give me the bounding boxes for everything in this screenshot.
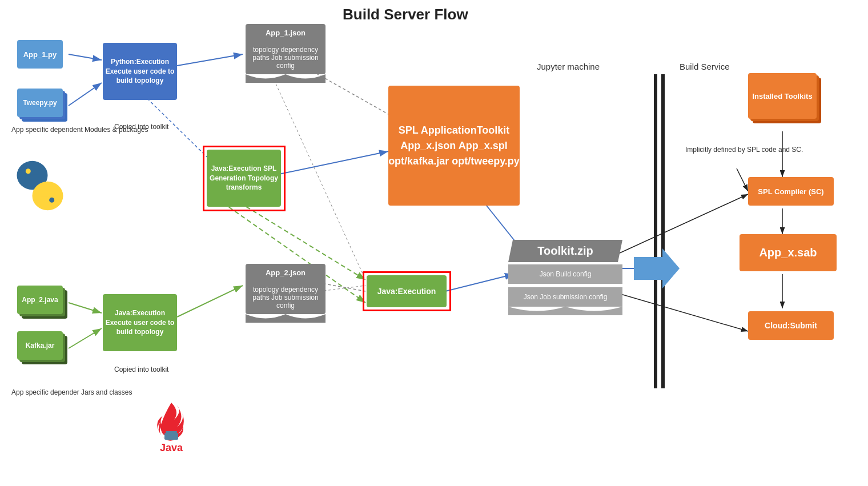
blue-arrow-icon (634, 246, 680, 291)
app1-json-content: topology dependency paths Job submission… (246, 41, 326, 74)
app2-java-stack: App_2.java (17, 286, 63, 314)
app1-py-box: App_1.py (17, 40, 63, 69)
spl-compiler-box: SPL Compiler (SC) (748, 177, 834, 206)
svg-line-18 (445, 274, 514, 291)
implicitly-label: Implicitly defined by SPL code and SC. (685, 146, 803, 154)
installed-toolkits-stack: Installed Toolkits (748, 73, 817, 119)
app1-json-title: App_1.json (246, 24, 326, 41)
json-build-label: Json Build config (508, 264, 622, 284)
divider-left (654, 74, 657, 388)
app2-json-content: topology dependency paths Job submission… (246, 281, 326, 314)
app-jars-label: App specific depender Jars and classes (11, 388, 132, 396)
toolkit-zip-container: Toolkit.zip Json Build config Json Job s… (508, 240, 622, 318)
diagram-container: Build Server Flow Jupyter machine Build … (0, 0, 868, 486)
python-execution-box: Python:Execution Execute user code to bu… (103, 43, 177, 100)
java-execution-spl-box: Java:Execution SPL Generation Topology t… (207, 150, 281, 207)
svg-marker-26 (634, 248, 680, 288)
svg-line-3 (69, 54, 102, 60)
spl-box: SPL ApplicationToolkit App_x.json App_x.… (388, 86, 520, 206)
svg-line-5 (177, 54, 243, 66)
svg-line-12 (69, 328, 102, 348)
kafka-jar-stack: Kafka.jar (17, 331, 63, 360)
app1-json-container: App_1.json topology dependency paths Job… (246, 24, 326, 85)
svg-line-13 (177, 286, 243, 317)
svg-line-24 (611, 194, 748, 257)
java-execution-mid-box: Java:Execution (367, 275, 447, 307)
page-title: Build Server Flow (343, 6, 468, 23)
svg-line-4 (69, 83, 102, 106)
java-logo: Java (148, 400, 194, 454)
cloud-submit-box: Cloud:Submit (748, 311, 834, 340)
json-job-label: Json Job submission config (508, 287, 622, 307)
build-service-label: Build Service (680, 62, 730, 71)
svg-line-23 (737, 168, 748, 191)
svg-rect-31 (26, 174, 39, 178)
app2-json-container: App_2.json topology dependency paths Job… (246, 264, 326, 325)
svg-rect-32 (41, 193, 54, 197)
svg-line-25 (611, 291, 748, 331)
svg-line-11 (69, 303, 102, 313)
copied-toolkit-2-label: Copied into toolkit (114, 365, 168, 373)
tweepy-py-stack: Tweepy.py (17, 89, 63, 117)
app-x-sab-box: App_x.sab (740, 234, 837, 271)
java-execution2-box: Java:Execution Execute user code to buil… (103, 294, 177, 351)
svg-rect-33 (166, 431, 177, 433)
svg-rect-34 (164, 433, 178, 440)
jupyter-machine-label: Jupyter machine (537, 62, 600, 71)
svg-point-30 (49, 198, 54, 203)
python-logo-icon (14, 160, 66, 211)
svg-point-29 (26, 168, 31, 174)
svg-line-9 (274, 80, 365, 280)
app2-json-title: App_2.json (246, 264, 326, 281)
copied-toolkit-1-label: Copied into toolkit (114, 123, 168, 131)
divider-right (661, 74, 665, 388)
toolkit-zip-label: Toolkit.zip (508, 240, 622, 262)
